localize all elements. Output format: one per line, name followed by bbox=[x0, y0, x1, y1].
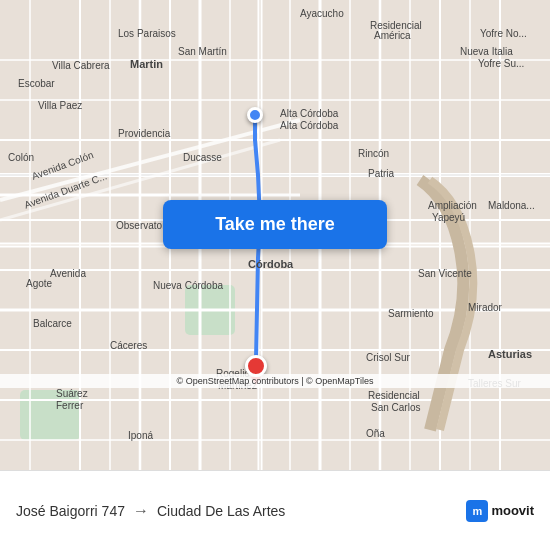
label-yapeyu: Yapeyú bbox=[432, 212, 465, 223]
label-san-martin: San Martín bbox=[178, 46, 227, 57]
route-arrow-icon: → bbox=[133, 502, 149, 520]
take-me-there-button[interactable]: Take me there bbox=[163, 200, 387, 249]
label-ipona: Iponá bbox=[128, 430, 153, 441]
label-suarez: Suárez bbox=[56, 388, 88, 399]
route-origin-label: José Baigorri 747 bbox=[16, 503, 125, 519]
osm-attribution: © OpenStreetMap contributors | © OpenMap… bbox=[0, 374, 550, 388]
label-villa-cabrera: Villa Cabrera bbox=[52, 60, 110, 71]
label-mirador: Mirador bbox=[468, 302, 502, 313]
label-los-paraisos: Los Paraisos bbox=[118, 28, 176, 39]
label-escobar: Escobar bbox=[18, 78, 55, 89]
map-container: Ayacucho Residencial América Los Paraiso… bbox=[0, 0, 550, 470]
label-america: América bbox=[374, 30, 411, 41]
label-nueva-italia: Nueva Italia bbox=[460, 46, 513, 57]
moovit-logo-icon: m bbox=[466, 500, 488, 522]
bottom-bar: José Baigorri 747 → Ciudad De Las Artes … bbox=[0, 470, 550, 550]
label-avenida: Avenida bbox=[50, 268, 86, 279]
label-rincon: Rincón bbox=[358, 148, 389, 159]
label-ayacucho: Ayacucho bbox=[300, 8, 344, 19]
label-ona: Oña bbox=[366, 428, 385, 439]
label-agote: Agote bbox=[26, 278, 52, 289]
route-dest-label: Ciudad De Las Artes bbox=[157, 503, 285, 519]
label-patria: Patria bbox=[368, 168, 394, 179]
label-san-vicente: San Vicente bbox=[418, 268, 472, 279]
label-maldona: Maldona... bbox=[488, 200, 535, 211]
label-villa-paez: Villa Paez bbox=[38, 100, 82, 111]
label-caceres: Cáceres bbox=[110, 340, 147, 351]
label-yofre-no: Yofre No... bbox=[480, 28, 527, 39]
label-alta-cordoba-2: Alta Córdoba bbox=[280, 120, 338, 131]
moovit-logo: m moovit bbox=[466, 500, 534, 522]
label-crisol-sur: Crisol Sur bbox=[366, 352, 410, 363]
label-colon: Colón bbox=[8, 152, 34, 163]
label-ampliacion: Ampliación bbox=[428, 200, 477, 211]
label-yofre-su: Yofre Su... bbox=[478, 58, 524, 69]
label-martin: Martin bbox=[130, 58, 163, 70]
label-sarmiento: Sarmiento bbox=[388, 308, 434, 319]
label-alta-cordoba-1: Alta Córdoba bbox=[280, 108, 338, 119]
route-info: José Baigorri 747 → Ciudad De Las Artes … bbox=[16, 500, 534, 522]
label-san-carlos: San Carlos bbox=[371, 402, 420, 413]
moovit-logo-text: moovit bbox=[491, 503, 534, 518]
label-residencial-sc: Residencial bbox=[368, 390, 420, 401]
label-asturias: Asturias bbox=[488, 348, 532, 360]
label-providencia: Providencia bbox=[118, 128, 170, 139]
label-nueva-cordoba: Nueva Córdoba bbox=[153, 280, 223, 291]
origin-marker bbox=[247, 107, 263, 123]
label-ducasse: Ducasse bbox=[183, 152, 222, 163]
label-ferrer: Ferrer bbox=[56, 400, 83, 411]
label-cordoba: Córdoba bbox=[248, 258, 293, 270]
label-balcarce: Balcarce bbox=[33, 318, 72, 329]
